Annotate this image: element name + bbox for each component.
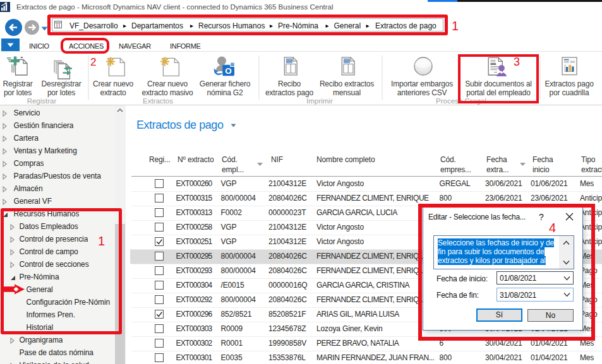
svg-text:O: O (225, 66, 232, 76)
